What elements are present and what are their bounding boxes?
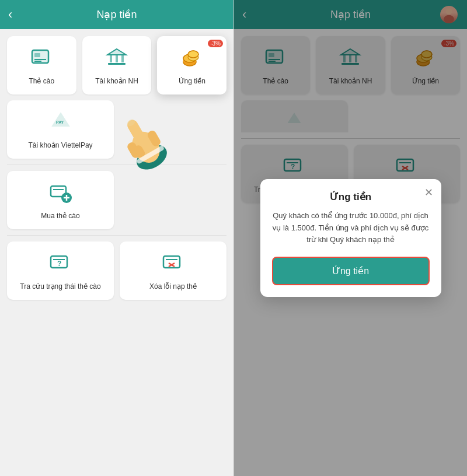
left-ung-tien-label: Ứng tiền (179, 77, 205, 86)
modal-close-button[interactable]: ✕ (424, 186, 433, 199)
left-header-title: Nạp tiền (96, 8, 137, 21)
add-card-icon-left (47, 179, 75, 207)
left-tra-cuu-label: Tra cứu trạng thái thẻ cào (20, 282, 100, 292)
bank-icon (103, 44, 131, 72)
left-card-ung-tien[interactable]: -3% Ứng tiền (157, 36, 226, 94)
left-content: Thẻ cào Tài khoản NH -3% (0, 29, 234, 476)
left-divider (7, 164, 226, 165)
left-row-0: Thẻ cào Tài khoản NH -3% (7, 36, 226, 94)
left-card-mua-the-cao[interactable]: Mua thẻ cào (7, 171, 114, 229)
left-card-viettel[interactable]: PAY Tài khoản ViettelPay (7, 100, 114, 159)
svg-rect-35 (163, 256, 180, 268)
ung-tien-modal: ✕ Ứng tiền Quý khách có thể ứng trước 10… (260, 179, 441, 297)
left-bank-label: Tài khoản NH (95, 77, 138, 86)
left-divider2 (7, 235, 226, 236)
svg-text:?: ? (57, 260, 61, 268)
coins-icon-left (178, 44, 206, 72)
left-screen: ‹ Nạp tiền Thẻ cào (0, 0, 234, 476)
svg-marker-5 (107, 49, 126, 55)
left-mua-the-cao-label: Mua thẻ cào (41, 212, 79, 221)
modal-body: Quý khách có thể ứng trước 10.000đ, phí … (272, 210, 430, 246)
left-card-bank[interactable]: Tài khoản NH (82, 36, 152, 94)
left-header: ‹ Nạp tiền (0, 0, 234, 29)
svg-text:PAY: PAY (56, 120, 64, 124)
modal-backdrop: ✕ Ứng tiền Quý khách có thể ứng trước 10… (234, 0, 467, 476)
svg-rect-7 (110, 55, 112, 62)
right-screen: ‹ Nạp tiền T (234, 0, 467, 476)
left-card-xoa-loi[interactable]: Xóa lỗi nạp thẻ (120, 242, 226, 300)
left-viettel-label: Tài khoản ViettelPay (28, 141, 92, 150)
svg-rect-2 (34, 53, 40, 57)
svg-rect-10 (108, 63, 126, 65)
left-ung-tien-badge: -3% (208, 40, 223, 47)
svg-rect-9 (121, 55, 124, 62)
svg-rect-8 (116, 55, 118, 62)
left-card-tra-cuu[interactable]: ? Tra cứu trạng thái thẻ cào (7, 242, 114, 300)
modal-title: Ứng tiền (272, 191, 430, 203)
phone-card-icon (27, 44, 55, 72)
left-row-1: PAY Tài khoản ViettelPay (7, 100, 226, 159)
left-xoa-loi-label: Xóa lỗi nạp thẻ (149, 282, 197, 292)
left-row-2: Mua thẻ cào (7, 171, 226, 229)
modal-ung-tien-button[interactable]: Ứng tiền (272, 257, 430, 285)
svg-point-16 (188, 51, 198, 58)
card-question-icon-left: ? (47, 250, 75, 278)
card-x-icon-left (159, 250, 187, 278)
left-row-3: ? Tra cứu trạng thái thẻ cào Xóa lỗi nạp… (7, 242, 226, 300)
left-back-button[interactable]: ‹ (8, 7, 12, 22)
left-card-the-cao[interactable]: Thẻ cào (7, 36, 76, 94)
viettel-icon-left: PAY (47, 108, 75, 136)
left-the-cao-label: Thẻ cào (29, 77, 54, 86)
